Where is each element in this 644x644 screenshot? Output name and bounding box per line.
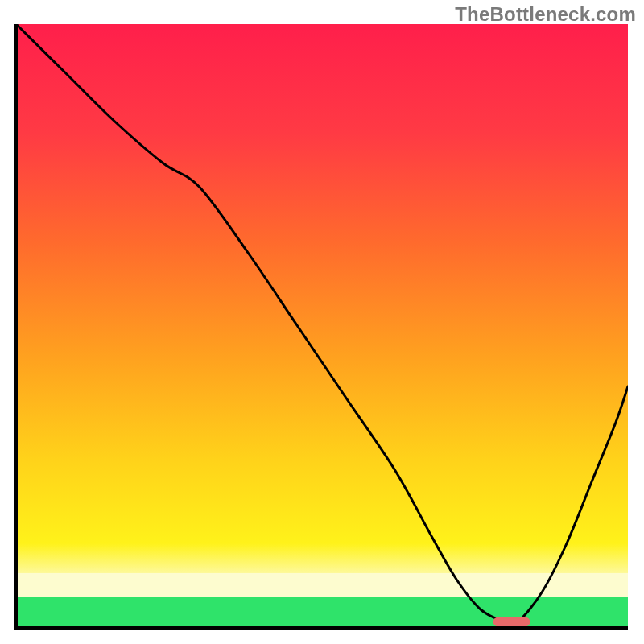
watermark-text: TheBottleneck.com (455, 3, 636, 26)
chart-container: TheBottleneck.com (0, 0, 644, 644)
bottleneck-plot (0, 0, 644, 644)
optimal-marker (493, 617, 530, 627)
band-faint-yellow (16, 573, 628, 597)
